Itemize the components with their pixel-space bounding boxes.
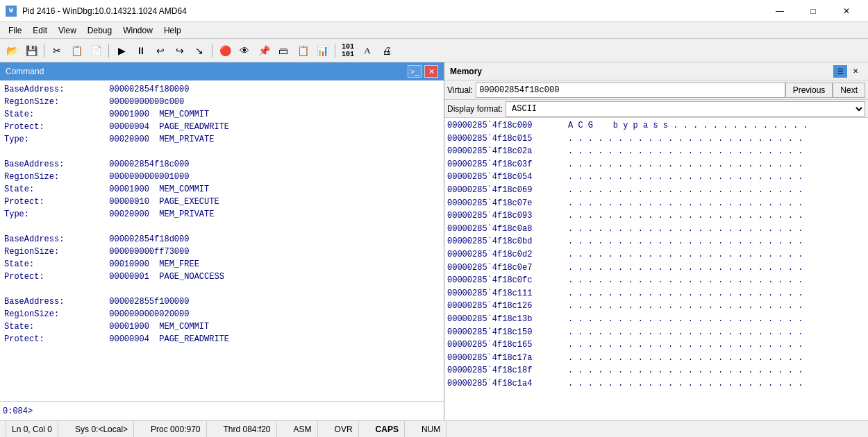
menu-debug[interactable]: Debug: [82, 24, 117, 37]
toolbar-sep-3: [212, 44, 212, 58]
command-input[interactable]: [33, 406, 441, 416]
table-row: 00000285`4f18c0fc. . . . . . . . . . . .…: [447, 274, 865, 287]
virtual-label: Virtual:: [447, 85, 473, 95]
title-bar-text: Pid 2416 - WinDbg:10.0.14321.1024 AMD64: [22, 6, 758, 16]
toolbar-font[interactable]: A: [358, 42, 376, 60]
app-icon: W: [6, 6, 17, 17]
memory-address: 00000285`4f18c054: [447, 171, 565, 184]
memory-data: . . . . . . . . . . . . . . . . . . . . …: [568, 300, 803, 313]
table-row: 00000285`4f18c054. . . . . . . . . . . .…: [447, 171, 865, 184]
table-row: 00000285`4f18c13b. . . . . . . . . . . .…: [447, 313, 865, 326]
table-row: 00000285`4f18c0e7. . . . . . . . . . . .…: [447, 262, 865, 275]
toolbar-locals[interactable]: 📌: [255, 42, 273, 60]
table-row: 00000285`4f18c069. . . . . . . . . . . .…: [447, 184, 865, 197]
memory-data: . . . . . . . . . . . . . . . . . . . . …: [568, 145, 803, 158]
menu-window[interactable]: Window: [117, 24, 158, 37]
toolbar-sep-2: [108, 44, 109, 58]
memory-close-button[interactable]: ✕: [849, 65, 862, 78]
memory-data: . . . . . . . . . . . . . . . . . . . . …: [568, 132, 803, 146]
display-format-select[interactable]: ASCII Byte Word DWORD: [506, 101, 865, 117]
status-caps: CAPS: [370, 421, 405, 437]
memory-grid-view-button[interactable]: ☰: [833, 65, 847, 78]
next-button[interactable]: Next: [833, 83, 865, 98]
menu-help[interactable]: Help: [158, 24, 187, 37]
table-row: 00000285`4f18c165. . . . . . . . . . . .…: [447, 339, 865, 352]
table-row: 00000285`4f18c18f. . . . . . . . . . . .…: [447, 364, 865, 377]
memory-address: 00000285`4f18c165: [447, 339, 565, 352]
memory-data: . . . . . . . . . . . . . . . . . . . . …: [568, 223, 803, 236]
memory-data: . . . . . . . . . . . . . . . . . . . . …: [568, 171, 803, 184]
table-row: 00000285`4f18c015. . . . . . . . . . . .…: [447, 132, 865, 146]
command-prompt: 0:084>: [3, 406, 33, 416]
table-row: 00000285`4f18c000A C G b y p a s s . . .…: [447, 119, 865, 132]
memory-address: 00000285`4f18c126: [447, 300, 565, 313]
memory-data: . . . . . . . . . . . . . . . . . . . . …: [568, 209, 803, 223]
toolbar-sep-1: [44, 44, 44, 58]
memory-data: . . . . . . . . . . . . . . . . . . . . …: [568, 364, 803, 377]
toolbar-paste[interactable]: 📄: [87, 42, 105, 60]
memory-content: 00000285`4f18c000A C G b y p a s s . . .…: [444, 118, 868, 420]
memory-address: 00000285`4f18c03f: [447, 158, 565, 171]
menu-bar: File Edit View Debug Window Help: [0, 22, 868, 39]
previous-button[interactable]: Previous: [785, 83, 833, 98]
toolbar-stepinto[interactable]: ↘: [190, 42, 208, 60]
terminal-button[interactable]: >_: [408, 65, 422, 78]
table-row: 00000285`4f18c150. . . . . . . . . . . .…: [447, 326, 865, 339]
memory-address: 00000285`4f18c0a8: [447, 223, 565, 236]
menu-edit[interactable]: Edit: [27, 24, 53, 37]
memory-panel: Memory ☰ ✕ Virtual: Previous Next Displa…: [444, 62, 868, 420]
display-format-bar: Display format: ASCII Byte Word DWORD: [444, 100, 868, 118]
table-row: 00000285`4f18c0bd. . . . . . . . . . . .…: [447, 235, 865, 248]
menu-view[interactable]: View: [53, 24, 82, 37]
menu-file[interactable]: File: [3, 24, 27, 37]
toolbar-breakpoints[interactable]: 🔴: [216, 42, 234, 60]
status-num: NUM: [416, 421, 446, 437]
memory-data: . . . . . . . . . . . . . . . . . . . . …: [568, 287, 803, 300]
toolbar-break[interactable]: ⏸: [132, 42, 150, 60]
memory-data: . . . . . . . . . . . . . . . . . . . . …: [568, 377, 803, 391]
memory-data: . . . . . . . . . . . . . . . . . . . . …: [568, 352, 803, 365]
memory-toolbar: Virtual: Previous Next: [444, 80, 868, 100]
command-input-row: 0:084>: [0, 401, 444, 420]
memory-data: . . . . . . . . . . . . . . . . . . . . …: [568, 248, 803, 262]
memory-panel-title: Memory: [450, 67, 482, 76]
toolbar-registers[interactable]: 📊: [313, 42, 331, 60]
toolbar-memory[interactable]: 🗃: [274, 42, 292, 60]
toolbar-save[interactable]: 💾: [22, 42, 40, 60]
memory-address: 00000285`4f18c18f: [447, 364, 565, 377]
memory-panel-header: Memory ☰ ✕: [444, 62, 868, 80]
memory-address: 00000285`4f18c13b: [447, 313, 565, 326]
status-thrd: Thrd 084:f20: [218, 421, 277, 437]
memory-address: 00000285`4f18c0fc: [447, 274, 565, 287]
toolbar-restart[interactable]: ↩: [151, 42, 169, 60]
close-button[interactable]: ✕: [831, 3, 862, 19]
toolbar-settings[interactable]: 🖨: [378, 42, 396, 60]
toolbar-cut[interactable]: ✂: [48, 42, 66, 60]
title-bar: W Pid 2416 - WinDbg:10.0.14321.1024 AMD6…: [0, 0, 868, 22]
minimize-button[interactable]: —: [764, 3, 796, 19]
status-asm: ASM: [288, 421, 318, 437]
maximize-button[interactable]: □: [797, 3, 829, 19]
toolbar-binary[interactable]: 101101: [339, 42, 357, 60]
toolbar-stepover[interactable]: ↪: [171, 42, 189, 60]
memory-data: . . . . . . . . . . . . . . . . . . . . …: [568, 235, 803, 248]
table-row: 00000285`4f18c126. . . . . . . . . . . .…: [447, 300, 865, 313]
window-controls: — □ ✕: [764, 3, 862, 19]
memory-address: 00000285`4f18c111: [447, 287, 565, 300]
command-close-button[interactable]: ✕: [424, 65, 438, 78]
command-output: BaseAddress: 000002854f180000 RegionSize…: [0, 80, 444, 401]
toolbar-run[interactable]: ▶: [112, 42, 131, 60]
toolbar-disasm[interactable]: 📋: [294, 42, 312, 60]
toolbar-copy[interactable]: 📋: [67, 42, 85, 60]
toolbar-open[interactable]: 📂: [3, 42, 21, 60]
memory-data: . . . . . . . . . . . . . . . . . . . . …: [568, 262, 803, 275]
toolbar-watch[interactable]: 👁: [235, 42, 253, 60]
virtual-input[interactable]: [476, 83, 785, 98]
memory-address: 00000285`4f18c069: [447, 184, 565, 197]
memory-data: . . . . . . . . . . . . . . . . . . . . …: [568, 339, 803, 352]
memory-data: . . . . . . . . . . . . . . . . . . . . …: [568, 274, 803, 287]
memory-data: . . . . . . . . . . . . . . . . . . . . …: [568, 313, 803, 326]
memory-address: 00000285`4f18c0d2: [447, 248, 565, 262]
panel-header-buttons: >_ ✕: [408, 65, 438, 78]
command-panel-title: Command: [6, 67, 44, 76]
